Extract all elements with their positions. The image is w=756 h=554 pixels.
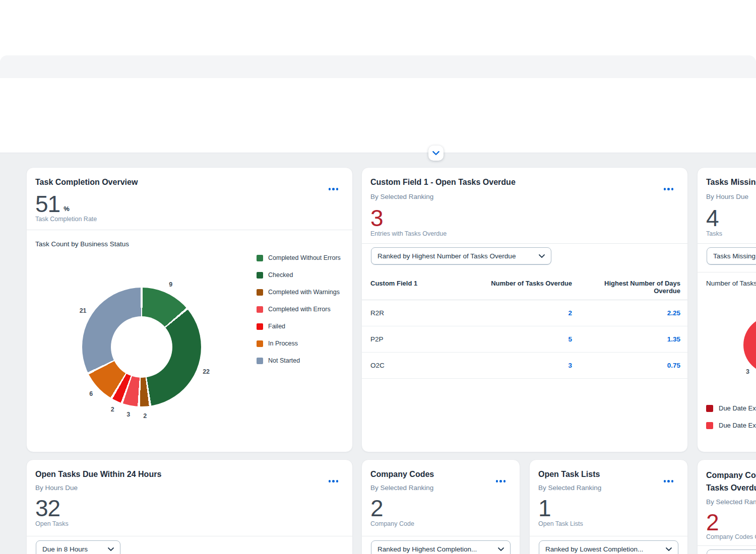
card-subtitle: By Hours Due <box>35 484 78 492</box>
cell-custom-field: R2R <box>370 309 476 317</box>
chevron-down-icon <box>666 547 672 551</box>
ranking-dropdown-value: Ranked by Lowest Completion... <box>545 545 643 553</box>
kpi-label: Open Tasks <box>35 520 69 527</box>
cell-tasks-overdue: 2 <box>476 309 572 317</box>
legend-item: Checked <box>257 271 341 279</box>
card-tasks-missing-due-date: Tasks Missing Due Date By Hours Due 4 Ta… <box>697 167 756 452</box>
kpi-label: Entries with Tasks Overdue <box>370 230 447 237</box>
divider <box>698 545 756 546</box>
card-title: Custom Field 1 - Open Tasks Overdue <box>370 178 516 187</box>
donut-slice-label: 3 <box>127 411 130 418</box>
card-subtitle: By Selected Ranking <box>538 484 601 492</box>
kpi-unit: % <box>64 205 70 214</box>
legend-swatch <box>706 405 713 412</box>
pie-slice-label: 3 <box>746 368 749 375</box>
card-open-tasks-24h: Open Tasks Due Within 24 Hours By Hours … <box>26 459 353 554</box>
kpi-value: 4 <box>706 208 719 228</box>
window-titlebar <box>0 55 756 78</box>
kpi-value: 1 <box>538 498 551 518</box>
kpi-label: Task Completion Rate <box>35 216 97 223</box>
card-subtitle: By Selected Ranking <box>370 193 433 200</box>
ranking-dropdown[interactable]: Ranked by Lowest Completion... <box>539 540 678 554</box>
table-row[interactable]: R2R22.25 <box>362 300 687 326</box>
table-row[interactable]: P2P51.35 <box>362 326 687 353</box>
kpi-value: 32 <box>35 498 60 518</box>
card-subtitle: By Hours Due <box>706 193 748 200</box>
overflow-menu-button[interactable] <box>327 186 341 192</box>
donut-slice-label: 9 <box>169 281 172 288</box>
legend-label: Completed with Errors <box>268 306 331 313</box>
ranking-dropdown[interactable]: Due in 8 Hours <box>36 540 120 554</box>
donut-labels: 922232621 <box>82 288 201 406</box>
app-header: SAP Financial Close Overview - Organizat… <box>0 78 756 153</box>
overflow-menu-button[interactable] <box>662 186 676 192</box>
dashboard: Task Completion Overview 51 % Task Compl… <box>0 153 756 554</box>
kpi-label: Company Code <box>370 520 414 527</box>
card-subtitle: By Selected Ranking <box>706 498 756 506</box>
chevron-down-icon <box>498 547 504 551</box>
legend-label: Not Started <box>268 357 300 364</box>
legend-swatch <box>257 272 263 279</box>
overflow-menu-button[interactable] <box>662 478 676 484</box>
ranking-dropdown[interactable]: Ranked by Highest Number of Tasks Overdu… <box>371 247 551 265</box>
column-header: Number of Tasks Overdue <box>476 280 572 287</box>
legend-label: Due Date Exceeded <box>719 422 756 429</box>
kpi: 51 % <box>35 194 70 214</box>
card-subtitle: By Selected Ranking <box>370 484 433 492</box>
legend-label: Completed with Warnings <box>268 289 340 296</box>
ranking-dropdown[interactable]: Ranked by Highest Number of Tasks Overdu… <box>707 549 756 554</box>
legend-swatch <box>257 358 263 364</box>
donut-chart[interactable]: 922232621 <box>82 288 201 406</box>
legend-label: Completed Without Errors <box>268 254 341 261</box>
ranking-dropdown-value: Tasks Missing Due Date <box>713 252 756 260</box>
card-title: Open Tasks Due Within 24 Hours <box>35 470 161 479</box>
ranking-dropdown[interactable]: Ranked by Highest Completion... <box>371 540 511 554</box>
legend-label: Failed <box>268 323 285 330</box>
ranking-dropdown[interactable]: Tasks Missing Due Date <box>707 247 756 265</box>
card-custom-field-open-tasks-overdue: Custom Field 1 - Open Tasks Overdue By S… <box>361 167 688 452</box>
card-title: Tasks Missing Due Date <box>706 178 756 187</box>
card-title: Open Task Lists <box>538 470 600 479</box>
pie-chart[interactable] <box>743 316 756 374</box>
legend-swatch <box>257 340 263 347</box>
table-body: R2R22.25P2P51.35O2C30.75 <box>362 300 687 379</box>
card-title: Company Codes - Open Tasks Overdue <box>706 469 756 494</box>
divider <box>27 230 352 230</box>
table-row[interactable]: O2C30.75 <box>362 353 687 379</box>
divider <box>27 536 352 536</box>
kpi: 2 <box>706 512 719 532</box>
column-header: Highest Number of Days Overdue <box>572 280 680 295</box>
divider <box>530 536 687 536</box>
screen: SAP Financial Close Overview - Organizat… <box>0 0 756 554</box>
legend-label: Due Date Exceeded <box>719 404 756 412</box>
card-company-codes-open-tasks-overdue: Company Codes - Open Tasks Overdue By Se… <box>697 459 756 554</box>
kpi-value: 51 <box>35 194 60 214</box>
legend-swatch <box>257 323 263 330</box>
expand-filter-bar-button[interactable] <box>428 146 444 161</box>
legend-swatch <box>257 289 263 296</box>
card-open-task-lists: Open Task Lists By Selected Ranking 1 Op… <box>529 459 688 554</box>
kpi-value: 3 <box>370 208 383 228</box>
card-company-codes: Company Codes By Selected Ranking 2 Comp… <box>361 459 520 554</box>
donut-slice-label: 21 <box>80 307 87 314</box>
cell-custom-field: O2C <box>370 362 476 369</box>
legend-item: In Process <box>257 340 341 347</box>
legend-item: Completed with Warnings <box>257 289 341 296</box>
legend-label: In Process <box>268 340 298 347</box>
overflow-menu-button[interactable] <box>494 478 508 484</box>
kpi: 4 <box>706 208 719 228</box>
cell-days-overdue: 0.75 <box>572 362 680 369</box>
legend-item: Due Date Exceeded <box>706 422 756 429</box>
cell-tasks-overdue: 3 <box>476 362 572 369</box>
divider <box>362 243 687 244</box>
legend-swatch <box>706 422 713 429</box>
kpi-label: Open Task Lists <box>538 520 583 527</box>
card-title-line2: Tasks Overdue <box>706 481 756 494</box>
overflow-menu-button[interactable] <box>327 478 341 484</box>
cell-days-overdue: 2.25 <box>572 309 680 317</box>
donut-slice-label: 2 <box>143 412 147 420</box>
chart-legend: Due Date ExceededDue Date Exceeded <box>706 404 756 439</box>
divider <box>698 272 756 272</box>
chevron-down-icon <box>432 151 439 156</box>
legend-label: Checked <box>268 271 293 279</box>
